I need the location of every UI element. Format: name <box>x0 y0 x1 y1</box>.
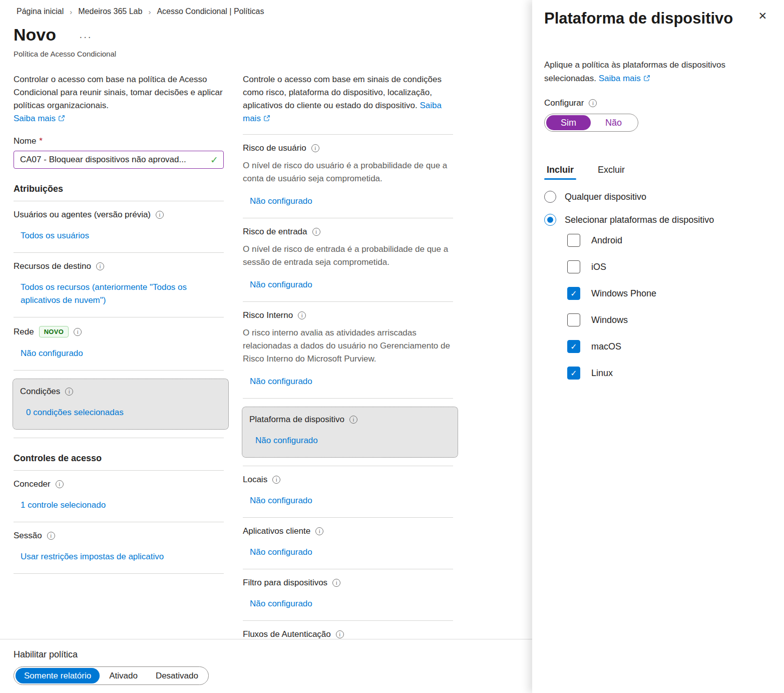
platform-row-macos[interactable]: macOS <box>567 340 770 353</box>
conditions-column: Controle o acesso com base em sinais de … <box>243 73 453 672</box>
tab-exclude[interactable]: Excluir <box>595 165 627 180</box>
device-platforms-highlight-box: Plataforma de dispositivo Não configurad… <box>242 407 458 458</box>
network-field: Rede NOVO Não configurado <box>14 317 224 371</box>
info-icon[interactable] <box>311 144 319 152</box>
locations-value-link[interactable]: Não configurado <box>250 494 312 507</box>
checkbox-linux[interactable] <box>567 367 580 380</box>
checkbox-macos[interactable] <box>567 340 580 353</box>
session-label: Sessão <box>14 531 42 541</box>
windows-phone-label: Windows Phone <box>591 288 656 299</box>
session-field: Sessão Usar restrições impostas de aplic… <box>14 522 224 574</box>
grant-field: Conceder 1 controle selecionado <box>14 471 224 522</box>
info-icon[interactable] <box>96 262 104 270</box>
policy-name-input[interactable]: CA07 - Bloquear dispositivos não aprovad… <box>14 151 224 169</box>
device-filter-value-link[interactable]: Não configurado <box>250 597 312 610</box>
external-link-icon <box>643 75 650 82</box>
info-icon[interactable] <box>65 388 73 396</box>
configure-no-option[interactable]: Não <box>591 115 636 130</box>
checkbox-android[interactable] <box>567 234 580 247</box>
external-link-icon <box>58 115 65 122</box>
info-icon[interactable] <box>312 228 320 236</box>
client-apps-value-link[interactable]: Não configurado <box>250 546 312 559</box>
breadcrumb: Página inicial › Medeiros 365 Lab › Aces… <box>17 7 532 16</box>
users-field: Usuários ou agentes (versão prévia) Todo… <box>14 201 224 253</box>
checkbox-ios[interactable] <box>567 260 580 273</box>
insider-risk-description: O risco interno avalia as atividades arr… <box>243 326 453 366</box>
platform-row-android[interactable]: Android <box>567 234 770 247</box>
signin-risk-value-link[interactable]: Não configurado <box>250 278 312 291</box>
enable-policy-footer: Habilitar política Somente relatório Ati… <box>0 639 532 693</box>
close-icon[interactable]: ✕ <box>755 9 770 23</box>
radio-select-platforms[interactable] <box>544 214 556 226</box>
platform-row-linux[interactable]: Linux <box>567 367 770 380</box>
info-icon[interactable] <box>47 532 55 540</box>
platform-checkbox-list: Android iOS Windows Phone Windows macOS … <box>567 234 770 380</box>
checkbox-windows-phone[interactable] <box>567 287 580 300</box>
client-apps-field: Aplicativos cliente Não configurado <box>243 518 453 569</box>
info-icon[interactable] <box>589 99 597 107</box>
enabled-option[interactable]: Ativado <box>101 668 146 683</box>
required-asterisk: * <box>39 136 43 146</box>
device-platforms-value-link[interactable]: Não configurado <box>255 434 318 447</box>
info-icon[interactable] <box>74 328 82 336</box>
tab-include[interactable]: Incluir <box>544 165 576 180</box>
user-risk-value-link[interactable]: Não configurado <box>250 195 312 208</box>
info-icon[interactable] <box>56 480 64 488</box>
info-icon[interactable] <box>298 311 306 319</box>
platform-row-windows-phone[interactable]: Windows Phone <box>567 287 770 300</box>
external-link-icon <box>263 115 270 122</box>
conditional-access-new-policy-page: Página inicial › Medeiros 365 Lab › Aces… <box>0 0 784 693</box>
session-value-link[interactable]: Usar restrições impostas de aplicativo <box>21 550 164 563</box>
target-resources-value-link[interactable]: Todos os recursos (anteriormente "Todos … <box>21 281 216 307</box>
configure-yes-option[interactable]: Sim <box>546 115 591 130</box>
info-icon[interactable] <box>315 527 323 535</box>
conditions-value-link[interactable]: 0 condições selecionadas <box>26 406 124 419</box>
select-platforms-radio-row[interactable]: Selecionar plataformas de dispositivo <box>544 214 770 226</box>
disabled-option[interactable]: Desativado <box>147 668 207 683</box>
assignments-column: Controlar o acesso com base na política … <box>14 73 224 672</box>
panel-learn-more-link[interactable]: Saiba mais <box>599 74 650 83</box>
network-value-link[interactable]: Não configurado <box>21 347 83 360</box>
radio-any-device[interactable] <box>544 191 556 203</box>
auth-flows-label: Fluxos de Autenticação <box>243 629 331 639</box>
configure-label: Configurar <box>544 98 584 108</box>
users-value-link[interactable]: Todos os usuários <box>21 229 89 242</box>
client-apps-label: Aplicativos cliente <box>243 526 310 536</box>
macos-label: macOS <box>591 341 621 352</box>
insider-risk-value-link[interactable]: Não configurado <box>250 375 312 388</box>
left-learn-more-link[interactable]: Saiba mais <box>14 114 65 123</box>
assignments-section-header: Atribuições <box>14 184 224 201</box>
info-icon[interactable] <box>349 416 357 424</box>
main-content: Página inicial › Medeiros 365 Lab › Aces… <box>0 0 532 693</box>
info-icon[interactable] <box>332 579 340 587</box>
breadcrumb-separator: › <box>70 8 72 16</box>
device-platform-panel: Plataforma de dispositivo ✕ Aplique a po… <box>532 0 784 693</box>
name-label: Nome <box>14 136 36 146</box>
platform-row-windows[interactable]: Windows <box>567 313 770 326</box>
breadcrumb-separator: › <box>148 8 151 16</box>
grant-value-link[interactable]: 1 controle selecionado <box>21 499 106 512</box>
report-only-option[interactable]: Somente relatório <box>16 668 100 683</box>
enable-policy-label: Habilitar política <box>14 649 532 660</box>
any-device-radio-row[interactable]: Qualquer dispositivo <box>544 191 770 203</box>
platform-row-ios[interactable]: iOS <box>567 260 770 273</box>
info-icon[interactable] <box>272 476 280 484</box>
breadcrumb-home[interactable]: Página inicial <box>17 7 64 16</box>
panel-title: Plataforma de dispositivo <box>544 9 733 28</box>
target-resources-field: Recursos de destino Todos os recursos (a… <box>14 253 224 317</box>
select-platforms-label: Selecionar plataformas de dispositivo <box>565 215 714 225</box>
network-label: Rede <box>14 327 34 337</box>
linux-label: Linux <box>591 368 613 379</box>
info-icon[interactable] <box>336 630 344 638</box>
grant-label: Conceder <box>14 479 51 489</box>
breadcrumb-conditional-access[interactable]: Acesso Condicional | Políticas <box>157 7 264 16</box>
user-risk-description: O nível de risco do usuário é a probabil… <box>243 159 453 185</box>
info-icon[interactable] <box>156 211 164 219</box>
more-menu-icon[interactable]: ··· <box>79 27 92 43</box>
target-resources-label: Recursos de destino <box>14 261 91 271</box>
checkbox-windows[interactable] <box>567 313 580 326</box>
include-exclude-tabs: Incluir Excluir <box>544 165 770 180</box>
signin-risk-description: O nível de risco de entrada é a probabil… <box>243 243 453 269</box>
user-risk-field: Risco de usuário O nível de risco do usu… <box>243 135 453 218</box>
breadcrumb-tenant[interactable]: Medeiros 365 Lab <box>78 7 142 16</box>
